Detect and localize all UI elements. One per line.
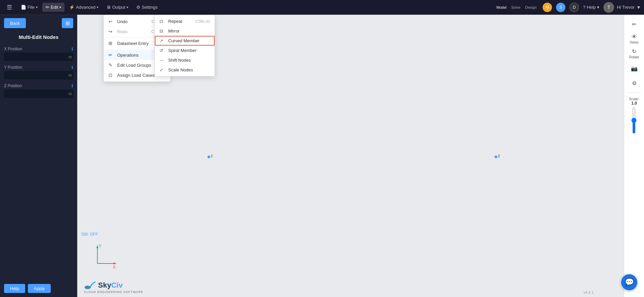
nav-advanced[interactable]: ⚡ Advanced ▾: [66, 3, 102, 12]
version-label: v4.2.1: [584, 290, 594, 294]
help-button[interactable]: ? Help ▾: [583, 5, 599, 10]
model-icon-dark[interactable]: D: [569, 3, 579, 12]
curved-member-icon: ↗: [159, 38, 165, 43]
user-name: Hi Trevor: [617, 5, 635, 10]
y-position-info-icon[interactable]: ℹ: [72, 65, 73, 70]
advanced-chevron: ▾: [97, 5, 98, 9]
nav-file[interactable]: 📄 File ▾: [17, 3, 41, 12]
scale-nodes-item[interactable]: ⤢ Scale Nodes: [155, 65, 215, 75]
mode-design[interactable]: Design: [523, 5, 539, 10]
svg-text:Y: Y: [99, 244, 101, 248]
layer-settings-button[interactable]: ⚙: [626, 76, 642, 90]
skyciv-logo-icon: [84, 281, 96, 290]
user-chevron: ▾: [637, 4, 640, 10]
nav-settings[interactable]: ⚙ Settings: [133, 3, 161, 12]
z-position-input[interactable]: [4, 90, 66, 98]
z-position-field: Z Position ℹ m: [0, 82, 77, 101]
svg-point-7: [89, 287, 91, 288]
navbar: ☰ 📄 File ▾ ✏ Edit ▾ ⚡ Advanced ▾ 🖥 Outpu…: [0, 0, 644, 15]
output-chevron: ▾: [127, 5, 128, 9]
node-label-1: 1: [211, 154, 213, 158]
z-position-info-icon[interactable]: ℹ: [72, 83, 73, 88]
datasheet-icon: ⊞: [108, 41, 114, 46]
mirror-item[interactable]: ⊟ Mirror: [155, 26, 215, 36]
mirror-icon: ⊟: [159, 28, 165, 34]
axis-indicator: Y X: [91, 243, 118, 270]
x-position-unit: m: [66, 55, 73, 59]
redo-icon: ↪: [108, 29, 114, 34]
scale-nodes-icon: ⤢: [159, 67, 165, 72]
right-toolbar: ✏ 👁 Views ↻ Rotate 📷 ⚙ Scale: 1.0: [624, 15, 644, 297]
edit-chevron: ▾: [59, 5, 61, 9]
sidebar-title: Multi-Edit Nodes: [0, 32, 77, 45]
operations-icon: ✏: [108, 52, 114, 58]
layers-icon: ⚙: [632, 80, 637, 86]
chat-bubble[interactable]: 💬: [621, 274, 637, 290]
repeat-icon: ⊡: [159, 19, 165, 24]
sw-off-label: SW: OFF: [81, 232, 98, 237]
scale-label: Scale:: [629, 97, 639, 101]
x-position-field: X Position ℹ m: [0, 45, 77, 64]
eye-icon: 👁: [632, 34, 637, 40]
svg-text:X: X: [113, 265, 116, 270]
sidebar-apply-button[interactable]: Apply: [28, 284, 51, 293]
mode-solve[interactable]: Solve: [509, 5, 523, 10]
assign-load-cases-icon: ⊡: [108, 72, 114, 78]
advanced-icon: ⚡: [69, 5, 75, 10]
user-area[interactable]: T Hi Trevor ▾: [603, 2, 640, 13]
rotate-button[interactable]: ↻ Rotate: [626, 47, 642, 60]
sidebar-actions: Help Apply: [0, 280, 77, 297]
y-position-unit: m: [66, 73, 73, 78]
nav-output[interactable]: 🖥 Output ▾: [103, 3, 132, 12]
camera-button[interactable]: 📷: [626, 62, 642, 75]
curved-member-item[interactable]: ↗ Curved Member: [155, 36, 215, 46]
mode-buttons: Model Solve Design: [495, 5, 539, 10]
repeat-item[interactable]: ⊡ Repeat CTRL+D: [155, 16, 215, 26]
file-chevron: ▾: [36, 5, 38, 9]
chat-icon: 💬: [625, 278, 634, 287]
x-position-input[interactable]: [4, 53, 66, 61]
x-position-info-icon[interactable]: ℹ: [72, 47, 73, 51]
scale-section: Scale: 1.0: [629, 97, 639, 134]
spiral-member-item[interactable]: ↺ Spiral Member: [155, 46, 215, 55]
camera-icon: 📷: [631, 65, 638, 72]
toolbar-divider: [628, 93, 641, 93]
navbar-menu: 📄 File ▾ ✏ Edit ▾ ⚡ Advanced ▾ 🖥 Output …: [17, 3, 495, 12]
user-avatar: T: [603, 2, 614, 13]
node-label-2: 2: [498, 154, 500, 158]
node-dot-2[interactable]: [495, 156, 497, 158]
spiral-member-icon: ↺: [159, 48, 165, 53]
sidebar-help-button[interactable]: Help: [4, 284, 25, 293]
back-button[interactable]: Back: [4, 18, 26, 28]
model-icon-blue[interactable]: S: [556, 3, 565, 12]
edit-icon: ✏: [46, 5, 49, 10]
mode-model[interactable]: Model: [495, 5, 509, 10]
skyciv-tagline: CLOUD ENGINEERING SOFTWARE: [84, 290, 143, 294]
edit-mode-button[interactable]: ✏: [626, 17, 642, 31]
grid-button[interactable]: ⊞: [62, 18, 73, 28]
scale-value: 1.0: [631, 101, 637, 106]
z-position-label: Z Position: [4, 83, 22, 88]
settings-icon: ⚙: [136, 5, 140, 10]
model-icon-yellow[interactable]: M: [543, 3, 552, 12]
nav-edit[interactable]: ✏ Edit ▾: [42, 3, 64, 12]
undo-icon: ↩: [108, 19, 114, 24]
y-position-field: Y Position ℹ m: [0, 64, 77, 82]
shift-nodes-item[interactable]: ↔ Shift Nodes: [155, 55, 215, 65]
question-icon: ?: [583, 5, 585, 10]
views-label: Views: [630, 41, 639, 44]
skyciv-logo: SkyCiv CLOUD ENGINEERING SOFTWARE: [84, 281, 143, 294]
scale-slider[interactable]: [631, 107, 637, 134]
left-sidebar: Back ⊞ Multi-Edit Nodes X Position ℹ m Y…: [0, 15, 77, 297]
y-position-input[interactable]: [4, 71, 66, 79]
sidebar-top-buttons: Back ⊞: [0, 15, 77, 32]
output-icon: 🖥: [106, 5, 111, 10]
z-position-unit: m: [66, 92, 73, 96]
svg-marker-1: [96, 245, 98, 248]
hamburger-icon[interactable]: ☰: [4, 2, 15, 12]
edit-load-groups-icon: ✎: [108, 62, 114, 68]
node-dot-1[interactable]: [208, 156, 210, 158]
main-layout: Back ⊞ Multi-Edit Nodes X Position ℹ m Y…: [0, 15, 644, 297]
views-button[interactable]: 👁 Views: [626, 32, 642, 46]
rotate-icon: ↻: [632, 48, 636, 55]
